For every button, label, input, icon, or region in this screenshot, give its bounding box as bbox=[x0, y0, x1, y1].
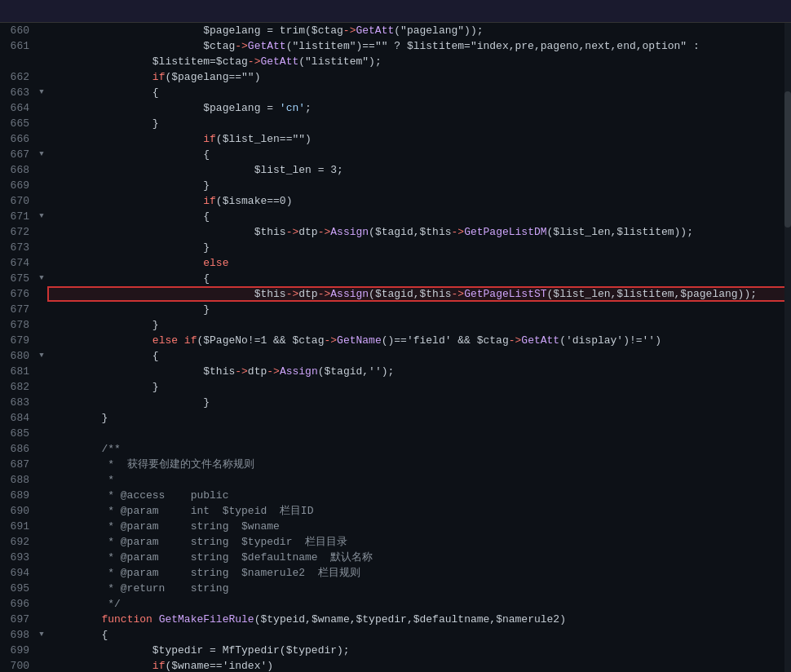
table-row: 689 * @access public bbox=[0, 488, 791, 503]
table-row: 661 $ctag->GetAtt("listitem")=="" ? $lis… bbox=[0, 38, 791, 54]
table-row: 690 * @param int $typeid 栏目ID bbox=[0, 503, 791, 519]
table-row: 662 if($pagelang=="") bbox=[0, 69, 791, 85]
table-row: 685 bbox=[0, 426, 791, 441]
table-row: 693 * @param string $defaultname 默认名称 bbox=[0, 550, 791, 565]
scrollbar-thumb[interactable] bbox=[784, 91, 791, 228]
table-row: 700 if($wname=='index') bbox=[0, 658, 791, 672]
table-row: 676 $this->dtp->Assign($tagid,$this->Get… bbox=[0, 286, 791, 302]
table-row: 696 */ bbox=[0, 596, 791, 612]
table-row: 694 * @param string $namerule2 栏目规则 bbox=[0, 565, 791, 581]
code-lines: 660 $pagelang = trim($ctag->GetAtt("page… bbox=[0, 23, 791, 672]
table-row: 663▼ { bbox=[0, 85, 791, 100]
table-row: 674 else bbox=[0, 255, 791, 271]
table-row: 691 * @param string $wname bbox=[0, 519, 791, 534]
table-row: 682 } bbox=[0, 379, 791, 395]
table-row: 680▼ { bbox=[0, 348, 791, 364]
table-row: 669 } bbox=[0, 178, 791, 193]
table-row: 660 $pagelang = trim($ctag->GetAtt("page… bbox=[0, 23, 791, 38]
table-row: 681 $this->dtp->Assign($tagid,''); bbox=[0, 364, 791, 379]
table-row: 697 function GetMakeFileRule($typeid,$wn… bbox=[0, 612, 791, 627]
table-row: 673 } bbox=[0, 240, 791, 255]
table-row: 675▼ { bbox=[0, 271, 791, 286]
table-row: 670 if($ismake==0) bbox=[0, 193, 791, 209]
table-row: 679 else if($PageNo!=1 && $ctag->GetName… bbox=[0, 333, 791, 348]
table-row: 695 * @return string bbox=[0, 581, 791, 596]
table-row: 665 } bbox=[0, 116, 791, 131]
app-container: 660 $pagelang = trim($ctag->GetAtt("page… bbox=[0, 0, 791, 672]
table-row: 668 $list_len = 3; bbox=[0, 162, 791, 178]
table-row: 666 if($list_len=="") bbox=[0, 131, 791, 147]
table-row: 692 * @param string $typedir 栏目目录 bbox=[0, 534, 791, 550]
table-row: 688 * bbox=[0, 472, 791, 488]
editor-body: 660 $pagelang = trim($ctag->GetAtt("page… bbox=[0, 23, 791, 672]
table-row: 677 } bbox=[0, 302, 791, 317]
table-row: 672 $this->dtp->Assign($tagid,$this->Get… bbox=[0, 224, 791, 240]
table-row: 686 /** bbox=[0, 441, 791, 457]
table-row: 678 } bbox=[0, 317, 791, 333]
table-row: 687 * 获得要创建的文件名称规则 bbox=[0, 457, 791, 472]
table-row: 671▼ { bbox=[0, 209, 791, 224]
lines-container: 660 $pagelang = trim($ctag->GetAtt("page… bbox=[0, 23, 791, 672]
scrollbar[interactable] bbox=[784, 23, 791, 672]
table-row: 699 $typedir = MfTypedir($typedir); bbox=[0, 643, 791, 658]
table-row: 684 } bbox=[0, 410, 791, 426]
warning-bar bbox=[0, 0, 791, 23]
table-row: $listitem=$ctag->GetAtt("listitem"); bbox=[0, 54, 791, 69]
table-row: 667▼ { bbox=[0, 147, 791, 162]
table-row: 664 $pagelang = 'cn'; bbox=[0, 100, 791, 116]
table-row: 683 } bbox=[0, 395, 791, 410]
table-row: 698▼ { bbox=[0, 627, 791, 643]
